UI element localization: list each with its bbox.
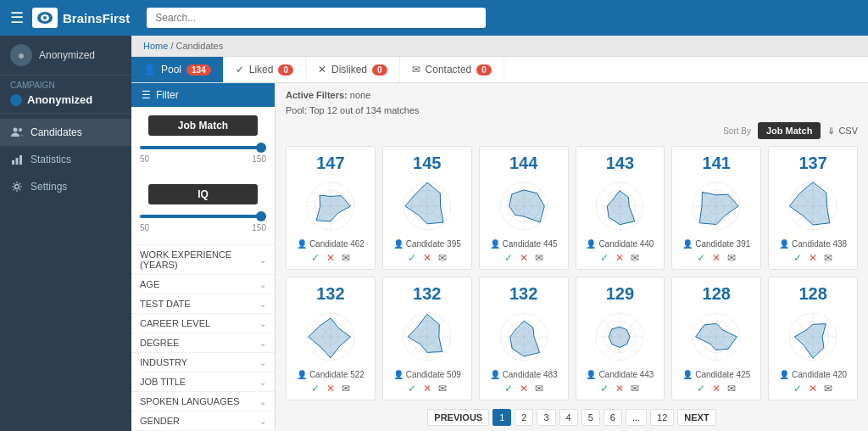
chevron-down-icon: ⌄ <box>259 255 266 265</box>
dislike-action-icon[interactable]: ✕ <box>326 383 335 395</box>
dislike-action-icon[interactable]: ✕ <box>712 383 721 395</box>
like-action-icon[interactable]: ✓ <box>311 383 320 395</box>
like-action-icon[interactable]: ✓ <box>504 383 513 395</box>
dislike-action-icon[interactable]: ✕ <box>326 252 335 264</box>
settings-icon <box>10 180 24 193</box>
dislike-action-icon[interactable]: ✕ <box>520 383 528 395</box>
sidebar-item-candidates[interactable]: Candidates <box>0 119 131 146</box>
candidate-actions: ✓ ✕ ✉ <box>677 252 755 264</box>
dislike-action-icon[interactable]: ✕ <box>615 252 624 264</box>
like-action-icon[interactable]: ✓ <box>697 252 705 264</box>
radar-chart: < <box>682 307 750 367</box>
like-action-icon[interactable]: ✓ <box>600 383 609 395</box>
dislike-action-icon[interactable]: ✕ <box>809 383 817 395</box>
like-action-icon[interactable]: ✓ <box>408 383 416 395</box>
like-action-icon[interactable]: ✓ <box>793 252 802 264</box>
candidate-score: 132 <box>388 284 466 304</box>
filter-row-spoken-languages[interactable]: SPOKEN LANGUAGES⌄ <box>131 391 275 411</box>
csv-button[interactable]: ⇓ CSV <box>827 126 858 137</box>
pagination-page-6[interactable]: 6 <box>604 409 622 426</box>
pagination-page-5[interactable]: 5 <box>581 409 600 426</box>
filter-row-label: INDUSTRY <box>140 357 187 367</box>
filter-row-job-title[interactable]: JOB TITLE⌄ <box>131 372 275 391</box>
candidate-user-icon: 👤 <box>393 239 403 249</box>
like-action-icon[interactable]: ✓ <box>504 252 513 264</box>
sidebar-item-statistics[interactable]: Statistics <box>0 146 131 173</box>
pagination-page-3[interactable]: 3 <box>537 409 555 426</box>
filter-row-age[interactable]: AGE⌄ <box>131 274 275 294</box>
like-action-icon[interactable]: ✓ <box>311 252 320 264</box>
candidates-grid: 147 < 👤 Candidate 462 ✓ ✕ ✉ 145 < 👤 Cand… <box>286 146 858 400</box>
tab-contacted[interactable]: ✉ Contacted 0 <box>400 57 504 82</box>
dislike-action-icon[interactable]: ✕ <box>423 383 431 395</box>
iq-button[interactable]: IQ <box>148 184 258 204</box>
contact-action-icon[interactable]: ✉ <box>727 252 736 264</box>
candidate-score: 143 <box>581 154 659 173</box>
tab-liked-label: Liked <box>249 64 274 76</box>
tab-pool-label: Pool <box>161 64 181 76</box>
panels: ☰ Filter Job Match 50 150 <box>131 83 868 431</box>
tab-disliked[interactable]: ✕ Disliked 0 <box>306 57 400 82</box>
sidebar-item-settings[interactable]: Settings <box>0 173 131 200</box>
job-match-slider[interactable]: 50 150 <box>140 139 266 171</box>
candidate-card: 132 < 👤 Candidate 509 ✓ ✕ ✉ <box>382 277 472 400</box>
filter-row-gender[interactable]: GENDER⌄ <box>131 411 275 430</box>
pagination-page-1[interactable]: 1 <box>492 409 511 426</box>
dislike-action-icon[interactable]: ✕ <box>520 252 528 264</box>
disliked-icon: ✕ <box>318 64 326 76</box>
user-avatar-icon: ● <box>10 44 32 66</box>
dislike-action-icon[interactable]: ✕ <box>712 252 721 264</box>
sort-csv-row: Sort By Job Match ⇓ CSV <box>286 122 858 139</box>
filter-header[interactable]: ☰ Filter <box>131 83 275 107</box>
chevron-down-icon: ⌄ <box>259 319 266 328</box>
like-action-icon[interactable]: ✓ <box>697 383 705 395</box>
contact-action-icon[interactable]: ✉ <box>631 252 639 264</box>
search-input[interactable] <box>147 8 486 28</box>
sort-by-label: Sort By <box>723 126 751 136</box>
candidate-score: 137 <box>774 154 852 173</box>
candidate-actions: ✓ ✕ ✉ <box>774 383 852 395</box>
contact-action-icon[interactable]: ✉ <box>631 383 639 395</box>
filter-row-career-level[interactable]: CAREER LEVEL⌄ <box>131 313 275 333</box>
svg-point-3 <box>14 128 18 132</box>
like-action-icon[interactable]: ✓ <box>408 252 416 264</box>
filter-row-industry[interactable]: INDUSTRY⌄ <box>131 352 275 372</box>
candidate-name: 👤 Candidate 443 <box>581 370 659 379</box>
contact-action-icon[interactable]: ✉ <box>438 383 447 395</box>
pagination-next[interactable]: NEXT <box>677 409 715 426</box>
contact-action-icon[interactable]: ✉ <box>438 252 447 264</box>
hamburger-icon[interactable]: ☰ <box>10 8 24 27</box>
sort-dropdown[interactable]: Job Match <box>758 122 821 139</box>
tab-pool[interactable]: 👤 Pool 134 <box>131 57 224 82</box>
contact-action-icon[interactable]: ✉ <box>342 383 350 395</box>
filter-row-degree[interactable]: DEGREE⌄ <box>131 333 275 352</box>
contact-action-icon[interactable]: ✉ <box>342 252 350 264</box>
contact-action-icon[interactable]: ✉ <box>535 383 543 395</box>
iq-slider[interactable]: 50 150 <box>140 208 266 239</box>
contact-action-icon[interactable]: ✉ <box>535 252 543 264</box>
dislike-action-icon[interactable]: ✕ <box>809 252 817 264</box>
pagination-page-...[interactable]: ... <box>626 409 647 426</box>
pagination-page-12[interactable]: 12 <box>650 409 674 426</box>
pagination-page-4[interactable]: 4 <box>559 409 578 426</box>
like-action-icon[interactable]: ✓ <box>600 252 609 264</box>
tab-disliked-badge: 0 <box>372 64 387 76</box>
dislike-action-icon[interactable]: ✕ <box>615 383 624 395</box>
like-action-icon[interactable]: ✓ <box>793 383 802 395</box>
tab-liked[interactable]: ✓ Liked 0 <box>224 57 306 82</box>
candidate-card: 132 < 👤 Candidate 483 ✓ ✕ ✉ <box>479 277 569 400</box>
filter-row-test-date[interactable]: TEST DATE⌄ <box>131 294 275 313</box>
chevron-down-icon: ⌄ <box>259 378 266 387</box>
contact-action-icon[interactable]: ✉ <box>824 252 832 264</box>
pagination-prev[interactable]: PREVIOUS <box>427 409 489 426</box>
candidate-name: 👤 Candidate 462 <box>292 239 370 249</box>
sidebar: ● Anonymized Campaign Anonymized Candida… <box>0 36 131 431</box>
pagination-page-2[interactable]: 2 <box>515 409 533 426</box>
contact-action-icon[interactable]: ✉ <box>727 383 736 395</box>
breadcrumb-home[interactable]: Home <box>143 41 168 51</box>
contact-action-icon[interactable]: ✉ <box>824 383 832 395</box>
job-match-button[interactable]: Job Match <box>148 115 258 136</box>
filter-row-work-experience-(years)[interactable]: WORK EXPERIENCE (YEARS)⌄ <box>131 244 275 274</box>
candidate-user-icon: 👤 <box>490 370 500 379</box>
dislike-action-icon[interactable]: ✕ <box>423 252 431 264</box>
